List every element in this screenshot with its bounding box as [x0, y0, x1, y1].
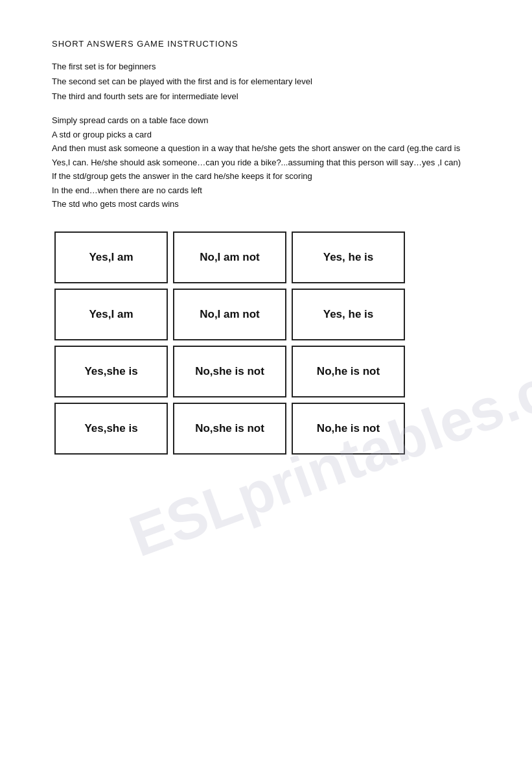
instruction-line-1: The first set is for beginners: [52, 60, 480, 74]
card-text-0-1: No,I am not: [200, 251, 260, 264]
card-text-1-0: Yes,I am: [89, 308, 133, 321]
cards-row-0: Yes,I amNo,I am notYes, he is: [52, 229, 415, 286]
instructions-block1: The first set is for beginners The secon…: [52, 60, 480, 103]
instruction-line-3: The third and fourth sets are for interm…: [52, 90, 480, 104]
instruction-line-6: And then must ask someone a question in …: [52, 141, 480, 169]
card-3-2[interactable]: No,he is not: [292, 403, 405, 455]
card-2-2[interactable]: No,he is not: [292, 346, 405, 397]
card-0-0[interactable]: Yes,I am: [54, 231, 168, 283]
card-text-2-1: No,she is not: [195, 365, 264, 378]
instruction-line-8: In the end…when there are no cards left: [52, 184, 480, 197]
card-text-3-2: No,he is not: [317, 422, 380, 435]
card-1-0[interactable]: Yes,I am: [54, 289, 168, 340]
card-text-0-2: Yes, he is: [323, 251, 374, 264]
card-text-3-0: Yes,she is: [84, 422, 137, 435]
cards-row-2: Yes,she isNo,she is notNo,he is not: [52, 343, 415, 400]
instruction-line-2: The second set can be played with the fi…: [52, 75, 480, 89]
instruction-line-5: A std or group picks a card: [52, 128, 480, 141]
card-text-2-0: Yes,she is: [84, 365, 137, 378]
card-text-3-1: No,she is not: [195, 422, 264, 435]
instruction-line-7: If the std/group gets the answer in the …: [52, 169, 480, 183]
card-text-1-2: Yes, he is: [323, 308, 374, 321]
cards-row-1: Yes,I amNo,I am notYes, he is: [52, 286, 415, 343]
card-3-1[interactable]: No,she is not: [173, 403, 286, 455]
card-1-1[interactable]: No,I am not: [173, 289, 286, 340]
cards-grid: Yes,I amNo,I am notYes, he isYes,I amNo,…: [52, 229, 415, 457]
instruction-line-4: Simply spread cards on a table face down: [52, 113, 480, 127]
card-2-1[interactable]: No,she is not: [173, 346, 286, 397]
card-text-2-2: No,he is not: [317, 365, 380, 378]
card-text-0-0: Yes,I am: [89, 251, 133, 264]
instructions-block2: Simply spread cards on a table face down…: [52, 113, 480, 211]
card-1-2[interactable]: Yes, he is: [292, 289, 405, 340]
card-text-1-1: No,I am not: [200, 308, 260, 321]
card-0-1[interactable]: No,I am not: [173, 231, 286, 283]
page-title: SHORT ANSWERS GAME INSTRUCTIONS: [52, 39, 480, 49]
instruction-line-9: The std who gets most cards wins: [52, 197, 480, 211]
card-3-0[interactable]: Yes,she is: [54, 403, 168, 455]
card-0-2[interactable]: Yes, he is: [292, 231, 405, 283]
card-2-0[interactable]: Yes,she is: [54, 346, 168, 397]
cards-row-3: Yes,she isNo,she is notNo,he is not: [52, 400, 415, 457]
page-container: SHORT ANSWERS GAME INSTRUCTIONS The firs…: [52, 39, 480, 457]
